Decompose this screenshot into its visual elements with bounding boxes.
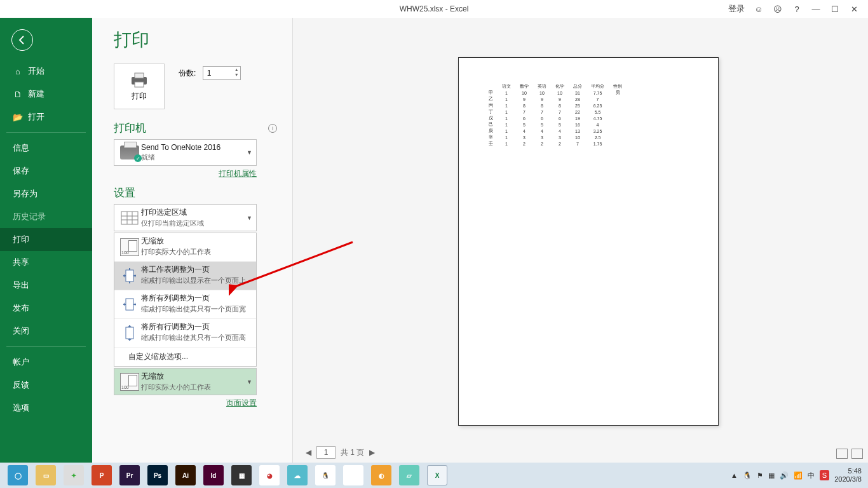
help-button[interactable]: ? (792, 4, 802, 14)
svg-rect-8 (126, 270, 133, 281)
sidebar-item-home[interactable]: ⌂开始 (0, 60, 92, 83)
window-titlebar: WHW25.xlsx - Excel 登录 ☺ ☹ ? — ☐ ✕ (0, 0, 868, 18)
tray-security-icon[interactable]: ⚑ (757, 471, 763, 480)
login-button[interactable]: 登录 (728, 3, 745, 15)
scale-options-list: 100无缩放打印实际大小的工作表将工作表调整为一页缩减打印输出以显示在一个页面上… (114, 233, 257, 367)
preview-page: 语文数学英语化学总分平均分性别甲1101010317.75男乙1999287丙1… (458, 57, 719, 426)
new-icon: 🗋 (13, 89, 23, 99)
open-icon: 📂 (13, 112, 23, 122)
taskbar-premiere-icon[interactable]: Pr (119, 465, 140, 485)
prev-page-button[interactable]: ◀ (306, 448, 311, 457)
printer-device-icon: ✓ (120, 146, 139, 159)
sidebar-item-share[interactable]: 共享 (0, 251, 92, 274)
taskbar-photoshop-icon[interactable]: Ps (147, 465, 168, 485)
printer-dropdown[interactable]: ✓ Send To OneNote 2016 就绪 ▼ (114, 139, 257, 166)
taskbar-illustrator-icon[interactable]: Ai (175, 465, 196, 485)
tray-expand-icon[interactable]: ▲ (731, 471, 738, 479)
home-icon: ⌂ (13, 66, 23, 76)
tray-qq-icon[interactable]: 🐧 (743, 471, 752, 480)
fit-page-icon (120, 267, 139, 285)
taskbar-chrome-icon[interactable]: ◉ (343, 465, 363, 485)
close-button[interactable]: ✕ (849, 4, 859, 14)
taskbar-app2-icon[interactable]: ◕ (259, 465, 280, 485)
taskbar-app4-icon[interactable]: ◐ (371, 465, 391, 485)
printer-section-title: 打印机 (114, 121, 146, 135)
page-setup-link[interactable]: 页面设置 (226, 398, 257, 407)
fit-rows-icon (120, 324, 139, 342)
chevron-down-icon: ▼ (247, 379, 252, 385)
custom-scale-option[interactable]: 自定义缩放选项... (114, 348, 256, 366)
scale-option-3[interactable]: 将所有行调整为一页缩减打印输出使其只有一个页面高 (114, 319, 256, 348)
settings-section-title: 设置 (114, 186, 135, 200)
tray-network-icon[interactable]: 📶 (794, 471, 803, 480)
tray-volume-icon[interactable]: 🔊 (780, 471, 789, 480)
tray-input-icon[interactable]: ▦ (768, 471, 775, 480)
spinner-icon[interactable]: ▲▼ (234, 67, 239, 78)
taskbar-app1-icon[interactable]: ▦ (231, 465, 252, 485)
sidebar-item-account[interactable]: 帐户 (0, 351, 92, 374)
next-page-button[interactable]: ▶ (369, 448, 375, 457)
zoom-to-page-button[interactable] (851, 449, 863, 459)
preview-content: 语文数学英语化学总分平均分性别甲1101010317.75男乙1999287丙1… (484, 83, 627, 147)
taskbar-browser-icon[interactable]: ◯ (8, 465, 28, 485)
taskbar-qq-icon[interactable]: 🐧 (315, 465, 336, 485)
svg-rect-10 (126, 327, 133, 339)
sidebar-item-options[interactable]: 选项 (0, 396, 92, 419)
tray-sogou-icon[interactable]: S (820, 470, 829, 480)
taskbar-app3-icon[interactable]: ☁ (287, 465, 308, 485)
tray-ime-icon[interactable]: 中 (808, 471, 815, 480)
sidebar-item-close[interactable]: 关闭 (0, 320, 92, 342)
taskbar-app5-icon[interactable]: ▱ (399, 465, 419, 485)
svg-rect-3 (121, 212, 138, 224)
taskbar-indesign-icon[interactable]: Id (203, 465, 224, 485)
chevron-down-icon: ▼ (247, 149, 252, 156)
taskbar: ◯ ▭ ✦ P Pr Ps Ai Id ▦ ◕ ☁ 🐧 ◉ ◐ ▱ X ▲ 🐧 … (0, 463, 868, 488)
taskbar-excel-icon[interactable]: X (427, 465, 447, 485)
page-total: 共 1 页 (341, 447, 364, 458)
sidebar-item-save[interactable]: 保存 (0, 159, 92, 182)
chevron-down-icon: ▼ (247, 215, 252, 221)
copies-input[interactable]: 1 ▲▼ (203, 66, 241, 80)
feedback-smile-icon[interactable]: ☺ (754, 4, 764, 14)
scale-option-0[interactable]: 100无缩放打印实际大小的工作表 (114, 233, 256, 262)
sidebar-item-new[interactable]: 🗋新建 (0, 83, 92, 105)
grid-icon (121, 211, 139, 225)
sidebar-item-open[interactable]: 📂打开 (0, 105, 92, 128)
scale-option-1[interactable]: 将工作表调整为一页缩减打印输出以显示在一个页面上 (114, 262, 256, 290)
printer-icon (129, 72, 149, 88)
sidebar-item-publish[interactable]: 发布 (0, 297, 92, 320)
taskbar-powerpoint-icon[interactable]: P (92, 465, 112, 485)
back-button[interactable] (11, 29, 33, 51)
sidebar-item-feedback[interactable]: 反馈 (0, 374, 92, 396)
scale-dropdown[interactable]: 100 无缩放 打印实际大小的工作表 ▼ (114, 368, 257, 395)
print-area-dropdown[interactable]: 打印选定区域 仅打印当前选定区域 ▼ (114, 204, 257, 231)
window-title: WHW25.xlsx - Excel (400, 4, 469, 13)
print-preview: 语文数学英语化学总分平均分性别甲1101010317.75男乙1999287丙1… (292, 18, 868, 463)
svg-rect-9 (126, 299, 133, 310)
taskbar-clock[interactable]: 5:48 2020/3/8 (834, 467, 862, 484)
svg-rect-2 (135, 82, 144, 87)
sidebar-item-export[interactable]: 导出 (0, 274, 92, 297)
printer-properties-link[interactable]: 打印机属性 (219, 169, 257, 178)
feedback-frown-icon[interactable]: ☹ (773, 4, 783, 14)
minimize-button[interactable]: — (811, 4, 821, 14)
backstage-sidebar: ⌂开始 🗋新建 📂打开 信息 保存 另存为 历史记录 打印 共享 导出 发布 关… (0, 18, 92, 463)
maximize-button[interactable]: ☐ (830, 4, 840, 14)
page-title: 打印 (114, 28, 277, 52)
sidebar-item-info[interactable]: 信息 (0, 137, 92, 159)
taskbar-explorer-icon[interactable]: ▭ (36, 465, 56, 485)
info-icon[interactable]: i (268, 124, 277, 133)
no-scale-icon: 100 (120, 373, 139, 391)
copies-label: 份数: (179, 69, 196, 78)
sidebar-item-history[interactable]: 历史记录 (0, 205, 92, 228)
page-number-input[interactable]: 1 (316, 446, 336, 459)
svg-rect-1 (135, 73, 144, 78)
show-margins-button[interactable] (836, 449, 848, 459)
taskbar-wechat-icon[interactable]: ✦ (64, 465, 84, 485)
sidebar-item-saveas[interactable]: 另存为 (0, 182, 92, 205)
sidebar-item-print[interactable]: 打印 (0, 228, 92, 251)
scale-option-2[interactable]: 将所有列调整为一页缩减打印输出使其只有一个页面宽 (114, 290, 256, 319)
no-scale-icon: 100 (120, 238, 139, 256)
print-button[interactable]: 打印 (114, 64, 165, 109)
print-panel: 打印 打印 份数: 1 ▲▼ 打印机 i ✓ (92, 18, 292, 463)
